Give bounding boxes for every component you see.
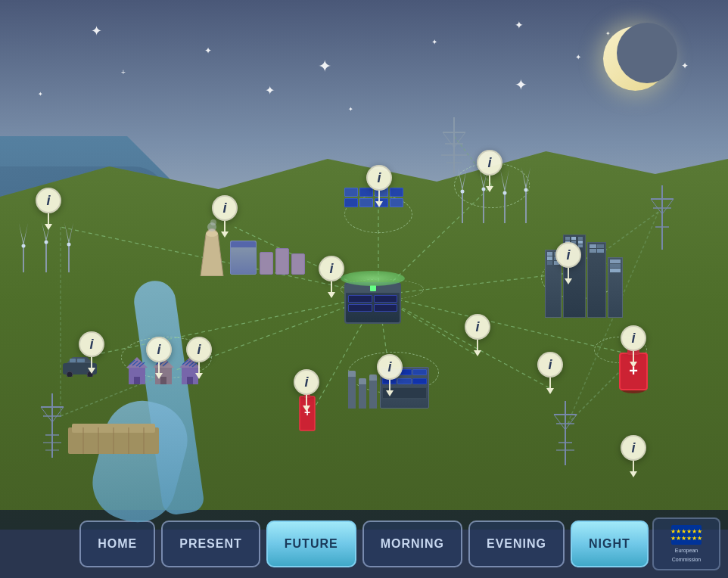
info-bubble-ev[interactable]: i bbox=[79, 331, 104, 357]
info-pin-battery-large[interactable]: i bbox=[621, 325, 646, 362]
info-bubble-interconnect[interactable]: i bbox=[537, 352, 563, 378]
info-bubble-export[interactable]: i bbox=[621, 435, 646, 461]
info-stem bbox=[489, 176, 490, 186]
info-stem bbox=[158, 362, 160, 373]
star: ✦ bbox=[575, 53, 581, 61]
info-pin-substation[interactable]: i bbox=[465, 314, 490, 350]
info-stem bbox=[549, 378, 551, 388]
svg-line-106 bbox=[554, 415, 565, 430]
svg-rect-70 bbox=[134, 377, 140, 384]
svg-rect-83 bbox=[187, 377, 193, 384]
star: + bbox=[121, 68, 126, 76]
svg-line-98 bbox=[41, 407, 52, 422]
info-bubble-offshore-wind[interactable]: i bbox=[36, 188, 61, 213]
star: ✦ bbox=[515, 19, 524, 31]
info-bubble-substation[interactable]: i bbox=[465, 314, 490, 340]
svg-point-50 bbox=[503, 191, 507, 195]
svg-line-99 bbox=[52, 407, 64, 422]
info-pin-offshore-wind[interactable]: i bbox=[36, 188, 61, 224]
future-button[interactable]: FUTURE bbox=[266, 521, 356, 567]
info-stem bbox=[331, 281, 332, 292]
svg-line-107 bbox=[565, 415, 577, 430]
info-bubble-battery-large[interactable]: i bbox=[621, 325, 646, 351]
info-stem bbox=[568, 268, 569, 278]
svg-point-40 bbox=[461, 190, 465, 194]
info-stem bbox=[224, 221, 226, 232]
svg-marker-48 bbox=[505, 169, 509, 193]
svg-point-33 bbox=[206, 231, 218, 237]
bottom-navigation: HOME PRESENT FUTURE MORNING EVENING NIGH… bbox=[0, 510, 728, 578]
info-pin-factory[interactable]: i bbox=[377, 354, 403, 390]
info-pin-buildings[interactable]: i bbox=[555, 242, 581, 278]
info-stem bbox=[306, 395, 307, 406]
svg-marker-29 bbox=[64, 222, 69, 244]
svg-point-64 bbox=[67, 371, 73, 377]
star: ✦ bbox=[318, 57, 331, 76]
eu-flag: ★★★★★★★★★★★★ bbox=[671, 525, 702, 545]
info-pin-homes1[interactable]: i bbox=[146, 337, 172, 373]
star: ✦ bbox=[515, 76, 527, 94]
pylon-left bbox=[39, 393, 66, 461]
eu-text-line2: Commission bbox=[672, 556, 702, 563]
svg-rect-51 bbox=[525, 190, 527, 223]
info-bubble-wind[interactable]: i bbox=[477, 150, 502, 176]
eu-commission-logo: ★★★★★★★★★★★★ European Commission bbox=[652, 517, 720, 570]
pylon-right-top bbox=[649, 185, 676, 253]
info-bubble-buildings[interactable]: i bbox=[555, 242, 581, 268]
info-bubble-battery-small[interactable]: i bbox=[294, 369, 319, 395]
svg-line-59 bbox=[443, 132, 454, 148]
svg-point-45 bbox=[482, 188, 486, 191]
svg-rect-28 bbox=[68, 244, 70, 272]
info-pin-interconnect[interactable]: i bbox=[537, 352, 563, 388]
info-stem bbox=[48, 213, 49, 224]
svg-rect-36 bbox=[462, 191, 463, 223]
info-stem bbox=[378, 191, 380, 201]
info-stem bbox=[389, 380, 390, 390]
svg-marker-30 bbox=[69, 222, 73, 244]
eu-text-line1: European bbox=[675, 547, 698, 554]
svg-point-55 bbox=[524, 188, 528, 192]
home-button[interactable]: HOME bbox=[79, 521, 155, 567]
star: ✦ bbox=[265, 83, 275, 98]
svg-point-32 bbox=[67, 243, 71, 247]
info-bubble-grid[interactable]: i bbox=[319, 256, 344, 281]
svg-line-113 bbox=[651, 199, 662, 214]
info-pin-homes2[interactable]: i bbox=[186, 337, 212, 373]
info-bubble-homes1[interactable]: i bbox=[146, 337, 172, 362]
svg-rect-18 bbox=[23, 246, 24, 272]
star: ✦ bbox=[431, 38, 437, 46]
svg-marker-52 bbox=[521, 167, 526, 190]
hydro-dam bbox=[68, 420, 159, 457]
svg-point-27 bbox=[45, 241, 48, 244]
star: ✦ bbox=[38, 91, 43, 98]
present-button[interactable]: PRESENT bbox=[161, 521, 260, 567]
info-pin-solar[interactable]: i bbox=[366, 165, 392, 201]
evening-button[interactable]: EVENING bbox=[468, 521, 565, 567]
info-pin-grid[interactable]: i bbox=[319, 256, 344, 292]
svg-rect-41 bbox=[483, 189, 484, 223]
svg-line-60 bbox=[454, 132, 465, 148]
svg-marker-20 bbox=[23, 223, 28, 246]
star: ✦ bbox=[204, 45, 212, 56]
info-bubble-factory[interactable]: i bbox=[377, 354, 403, 380]
morning-button[interactable]: MORNING bbox=[362, 521, 462, 567]
info-stem bbox=[91, 357, 92, 368]
info-bubble-solar[interactable]: i bbox=[366, 165, 392, 191]
moon bbox=[603, 26, 671, 95]
info-pin-battery-small[interactable]: i bbox=[294, 369, 319, 406]
svg-marker-53 bbox=[526, 167, 530, 190]
svg-marker-19 bbox=[19, 223, 23, 246]
info-stem bbox=[633, 461, 634, 471]
info-pin-ev[interactable]: i bbox=[79, 331, 104, 368]
pylon-right bbox=[552, 401, 579, 468]
info-bubble-homes2[interactable]: i bbox=[186, 337, 212, 362]
info-pin-wind[interactable]: i bbox=[477, 150, 502, 186]
star: ✦ bbox=[348, 106, 353, 113]
star: ✦ bbox=[91, 23, 102, 39]
night-button[interactable]: NIGHT bbox=[571, 521, 649, 567]
info-pin-power-plant[interactable]: i bbox=[212, 195, 238, 232]
svg-rect-46 bbox=[504, 193, 506, 223]
info-bubble-power-plant[interactable]: i bbox=[212, 195, 238, 221]
info-pin-export[interactable]: i bbox=[621, 435, 646, 471]
transmission-pylon-top bbox=[439, 117, 469, 177]
